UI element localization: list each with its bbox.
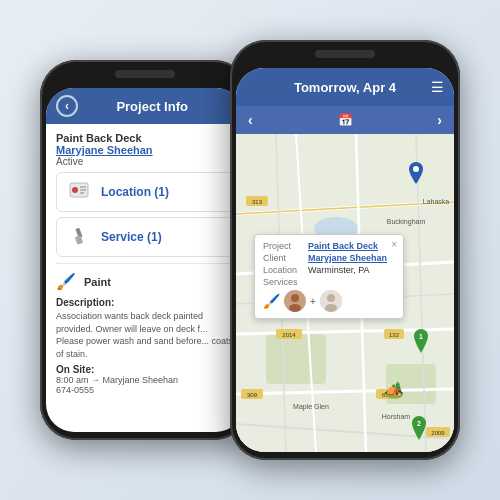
svg-text:309: 309 [247, 392, 258, 398]
svg-text:Horsham: Horsham [382, 413, 411, 420]
project-status: Active [56, 156, 234, 167]
svg-point-52 [327, 294, 335, 302]
header-title: Project Info [116, 99, 188, 114]
phones-container: ‹ Project Info Paint Back Deck Maryjane … [40, 40, 460, 460]
location-icon [65, 178, 93, 206]
svg-point-1 [72, 187, 78, 193]
paint-name: Paint [84, 276, 111, 288]
service-icon [65, 223, 93, 251]
popup-project-row: Project Paint Back Deck [263, 241, 395, 251]
location-label: Location (1) [101, 185, 169, 199]
svg-rect-9 [266, 334, 326, 384]
description-label: Description: [56, 297, 234, 308]
onsite-label: On Site: [56, 364, 234, 375]
map-marker-blue[interactable] [408, 162, 424, 182]
project-client[interactable]: Maryjane Sheehan [56, 144, 234, 156]
right-phone: Tomorrow, Apr 4 ☰ ‹ 📅 › [230, 40, 460, 460]
description-text: Association wants back deck painted prov… [56, 310, 234, 360]
project-body: Paint Back Deck Maryjane Sheehan Active [46, 124, 244, 403]
project-info-header: ‹ Project Info [46, 88, 244, 124]
popup-client-row: Client Maryjane Sheehan [263, 253, 395, 263]
map-marker-green-1[interactable]: 1 [412, 329, 428, 349]
svg-text:Maple Glen: Maple Glen [293, 403, 329, 411]
popup-add-icon[interactable]: + [310, 296, 316, 307]
map-marker-green-2[interactable]: 2 [410, 416, 426, 436]
svg-text:2: 2 [417, 420, 421, 427]
left-phone: ‹ Project Info Paint Back Deck Maryjane … [40, 60, 250, 440]
date-title: Tomorrow, Apr 4 [294, 80, 396, 95]
back-button[interactable]: ‹ [56, 95, 78, 117]
popup-avatar-2 [320, 290, 342, 312]
map-nav-bar: ‹ 📅 › [236, 106, 454, 134]
popup-paint-brush-icon: 🖌️ [263, 293, 280, 309]
menu-icon[interactable]: ☰ [431, 79, 444, 95]
svg-text:313: 313 [252, 199, 263, 205]
svg-point-45 [413, 166, 419, 172]
svg-text:Buckingham: Buckingham [387, 218, 426, 226]
popup-location-key: Location [263, 265, 308, 275]
svg-text:1: 1 [419, 333, 423, 340]
svg-text:2009: 2009 [431, 430, 445, 436]
service-label: Service (1) [101, 230, 162, 244]
svg-text:2014: 2014 [282, 332, 296, 338]
popup-project-val[interactable]: Paint Back Deck [308, 241, 378, 251]
popup-client-key: Client [263, 253, 308, 263]
prev-arrow[interactable]: ‹ [248, 112, 253, 128]
popup-services-label: Services [263, 277, 395, 287]
service-section[interactable]: Service (1) [56, 217, 234, 257]
paint-brush-icon: 🖌️ [56, 272, 76, 291]
popup-client-val[interactable]: Maryjane Sheehan [308, 253, 387, 263]
project-name: Paint Back Deck [56, 132, 234, 144]
map-popup: × Project Paint Back Deck Client Maryjan… [254, 234, 404, 319]
popup-close-button[interactable]: × [391, 239, 397, 250]
svg-point-50 [289, 304, 301, 312]
svg-point-53 [325, 304, 337, 312]
calendar-icon[interactable]: 📅 [338, 113, 353, 127]
divider-1 [56, 263, 234, 264]
onsite-time: 8:00 am → Maryjane Sheehan [56, 375, 234, 385]
popup-project-key: Project [263, 241, 308, 251]
popup-location-val: Warminster, PA [308, 265, 370, 275]
popup-avatars: 🖌️ + [263, 290, 395, 312]
popup-location-row: Location Warminster, PA [263, 265, 395, 275]
map-area[interactable]: 313 611 263 309 611 2014 152 132 [236, 134, 454, 452]
location-section[interactable]: Location (1) [56, 172, 234, 212]
house-icon: 🏕️ [384, 380, 404, 399]
onsite-phone[interactable]: 674-0555 [56, 385, 234, 395]
right-screen: Tomorrow, Apr 4 ☰ ‹ 📅 › [236, 68, 454, 452]
svg-text:Lahaska: Lahaska [423, 198, 450, 205]
left-screen: ‹ Project Info Paint Back Deck Maryjane … [46, 88, 244, 432]
map-header: Tomorrow, Apr 4 ☰ [236, 68, 454, 106]
svg-text:132: 132 [389, 332, 400, 338]
popup-avatar-1 [284, 290, 306, 312]
next-arrow[interactable]: › [437, 112, 442, 128]
svg-point-49 [291, 294, 299, 302]
paint-row: 🖌️ Paint [56, 270, 234, 293]
